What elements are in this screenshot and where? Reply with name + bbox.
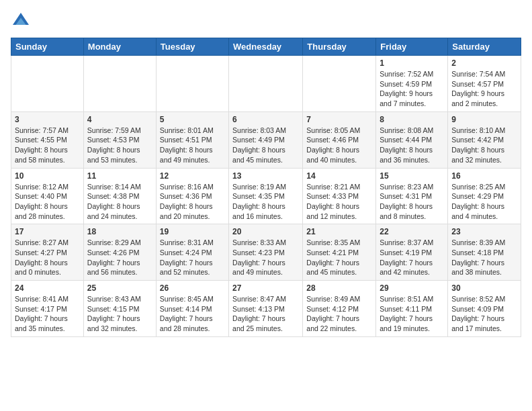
day-cell: 9Sunrise: 8:10 AM Sunset: 4:42 PM Daylig… [448, 111, 521, 168]
weekday-header-row: SundayMondayTuesdayWednesdayThursdayFrid… [11, 38, 521, 56]
day-number: 7 [306, 115, 372, 124]
day-info: Sunrise: 8:31 AM Sunset: 4:24 PM Dayligh… [160, 238, 225, 277]
weekday-header-thursday: Thursday [303, 38, 376, 56]
day-info: Sunrise: 8:51 AM Sunset: 4:11 PM Dayligh… [380, 294, 444, 334]
weekday-header-wednesday: Wednesday [229, 38, 303, 56]
day-cell: 21Sunrise: 8:35 AM Sunset: 4:21 PM Dayli… [303, 224, 376, 281]
day-number: 10 [15, 171, 80, 181]
day-number: 3 [15, 115, 80, 124]
day-info: Sunrise: 8:35 AM Sunset: 4:21 PM Dayligh… [306, 238, 372, 277]
day-number: 6 [232, 115, 299, 124]
day-info: Sunrise: 7:52 AM Sunset: 4:59 PM Dayligh… [380, 69, 444, 109]
day-info: Sunrise: 8:12 AM Sunset: 4:40 PM Dayligh… [15, 182, 80, 222]
day-cell: 25Sunrise: 8:43 AM Sunset: 4:15 PM Dayli… [83, 281, 156, 337]
day-cell: 18Sunrise: 8:29 AM Sunset: 4:26 PM Dayli… [83, 224, 156, 281]
day-cell: 4Sunrise: 7:59 AM Sunset: 4:53 PM Daylig… [83, 111, 156, 168]
day-cell: 20Sunrise: 8:33 AM Sunset: 4:23 PM Dayli… [229, 224, 303, 281]
day-cell: 1Sunrise: 7:52 AM Sunset: 4:59 PM Daylig… [376, 56, 448, 112]
day-cell: 23Sunrise: 8:39 AM Sunset: 4:18 PM Dayli… [448, 224, 521, 281]
day-info: Sunrise: 8:03 AM Sunset: 4:49 PM Dayligh… [232, 126, 299, 165]
day-cell: 15Sunrise: 8:23 AM Sunset: 4:31 PM Dayli… [376, 168, 448, 224]
day-number: 29 [380, 283, 444, 293]
day-cell: 13Sunrise: 8:19 AM Sunset: 4:35 PM Dayli… [229, 168, 303, 224]
day-cell [156, 56, 228, 112]
day-info: Sunrise: 8:45 AM Sunset: 4:14 PM Dayligh… [160, 294, 225, 334]
weekday-header-sunday: Sunday [11, 38, 84, 56]
day-info: Sunrise: 8:19 AM Sunset: 4:35 PM Dayligh… [232, 182, 299, 222]
week-row-0: 1Sunrise: 7:52 AM Sunset: 4:59 PM Daylig… [11, 56, 521, 112]
day-cell: 3Sunrise: 7:57 AM Sunset: 4:55 PM Daylig… [11, 111, 84, 168]
page: SundayMondayTuesdayWednesdayThursdayFrid… [0, 0, 532, 342]
day-info: Sunrise: 8:43 AM Sunset: 4:15 PM Dayligh… [87, 294, 152, 334]
week-row-3: 17Sunrise: 8:27 AM Sunset: 4:27 PM Dayli… [11, 224, 521, 281]
day-number: 20 [232, 227, 299, 236]
weekday-header-monday: Monday [83, 38, 156, 56]
day-cell [303, 56, 376, 112]
day-info: Sunrise: 8:41 AM Sunset: 4:17 PM Dayligh… [15, 294, 80, 334]
header [11, 11, 521, 31]
week-row-4: 24Sunrise: 8:41 AM Sunset: 4:17 PM Dayli… [11, 281, 521, 337]
day-number: 23 [451, 227, 517, 236]
calendar: SundayMondayTuesdayWednesdayThursdayFrid… [11, 38, 521, 337]
weekday-header-saturday: Saturday [448, 38, 521, 56]
day-info: Sunrise: 8:49 AM Sunset: 4:12 PM Dayligh… [306, 294, 372, 334]
day-cell: 19Sunrise: 8:31 AM Sunset: 4:24 PM Dayli… [156, 224, 228, 281]
day-cell: 29Sunrise: 8:51 AM Sunset: 4:11 PM Dayli… [376, 281, 448, 337]
day-info: Sunrise: 8:25 AM Sunset: 4:29 PM Dayligh… [451, 182, 517, 222]
day-info: Sunrise: 8:37 AM Sunset: 4:19 PM Dayligh… [380, 238, 444, 277]
day-number: 2 [451, 58, 517, 68]
day-number: 25 [87, 283, 152, 293]
day-number: 18 [87, 227, 152, 236]
day-info: Sunrise: 8:14 AM Sunset: 4:38 PM Dayligh… [87, 182, 152, 222]
day-number: 30 [451, 283, 517, 293]
day-info: Sunrise: 8:01 AM Sunset: 4:51 PM Dayligh… [160, 126, 225, 165]
weekday-header-tuesday: Tuesday [156, 38, 228, 56]
day-cell: 28Sunrise: 8:49 AM Sunset: 4:12 PM Dayli… [303, 281, 376, 337]
day-cell: 27Sunrise: 8:47 AM Sunset: 4:13 PM Dayli… [229, 281, 303, 337]
day-cell: 16Sunrise: 8:25 AM Sunset: 4:29 PM Dayli… [448, 168, 521, 224]
day-info: Sunrise: 8:27 AM Sunset: 4:27 PM Dayligh… [15, 238, 80, 277]
day-number: 16 [451, 171, 517, 181]
day-number: 21 [306, 227, 372, 236]
day-number: 12 [160, 171, 225, 181]
day-cell: 14Sunrise: 8:21 AM Sunset: 4:33 PM Dayli… [303, 168, 376, 224]
logo-icon [11, 11, 31, 31]
week-row-1: 3Sunrise: 7:57 AM Sunset: 4:55 PM Daylig… [11, 111, 521, 168]
day-info: Sunrise: 8:10 AM Sunset: 4:42 PM Dayligh… [451, 126, 517, 165]
week-row-2: 10Sunrise: 8:12 AM Sunset: 4:40 PM Dayli… [11, 168, 521, 224]
day-info: Sunrise: 7:54 AM Sunset: 4:57 PM Dayligh… [451, 69, 517, 109]
day-cell: 8Sunrise: 8:08 AM Sunset: 4:44 PM Daylig… [376, 111, 448, 168]
day-number: 14 [306, 171, 372, 181]
day-info: Sunrise: 7:57 AM Sunset: 4:55 PM Dayligh… [15, 126, 80, 165]
day-cell: 30Sunrise: 8:52 AM Sunset: 4:09 PM Dayli… [448, 281, 521, 337]
day-number: 9 [451, 115, 517, 124]
day-cell: 6Sunrise: 8:03 AM Sunset: 4:49 PM Daylig… [229, 111, 303, 168]
day-number: 26 [160, 283, 225, 293]
day-info: Sunrise: 8:21 AM Sunset: 4:33 PM Dayligh… [306, 182, 372, 222]
day-number: 1 [380, 58, 444, 68]
day-info: Sunrise: 8:29 AM Sunset: 4:26 PM Dayligh… [87, 238, 152, 277]
day-cell: 12Sunrise: 8:16 AM Sunset: 4:36 PM Dayli… [156, 168, 228, 224]
day-number: 27 [232, 283, 299, 293]
day-info: Sunrise: 8:08 AM Sunset: 4:44 PM Dayligh… [380, 126, 444, 165]
day-cell: 2Sunrise: 7:54 AM Sunset: 4:57 PM Daylig… [448, 56, 521, 112]
day-number: 5 [160, 115, 225, 124]
day-number: 19 [160, 227, 225, 236]
day-cell [83, 56, 156, 112]
day-number: 8 [380, 115, 444, 124]
day-cell: 17Sunrise: 8:27 AM Sunset: 4:27 PM Dayli… [11, 224, 84, 281]
day-info: Sunrise: 8:05 AM Sunset: 4:46 PM Dayligh… [306, 126, 372, 165]
day-number: 28 [306, 283, 372, 293]
day-cell: 24Sunrise: 8:41 AM Sunset: 4:17 PM Dayli… [11, 281, 84, 337]
day-info: Sunrise: 8:52 AM Sunset: 4:09 PM Dayligh… [451, 294, 517, 334]
day-cell [11, 56, 84, 112]
day-number: 4 [87, 115, 152, 124]
day-info: Sunrise: 8:39 AM Sunset: 4:18 PM Dayligh… [451, 238, 517, 277]
logo [11, 11, 34, 31]
day-number: 22 [380, 227, 444, 236]
day-number: 15 [380, 171, 444, 181]
day-cell: 10Sunrise: 8:12 AM Sunset: 4:40 PM Dayli… [11, 168, 84, 224]
day-info: Sunrise: 8:47 AM Sunset: 4:13 PM Dayligh… [232, 294, 299, 334]
day-cell [229, 56, 303, 112]
day-number: 11 [87, 171, 152, 181]
